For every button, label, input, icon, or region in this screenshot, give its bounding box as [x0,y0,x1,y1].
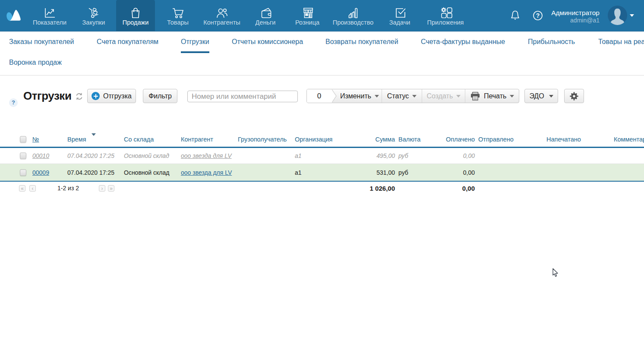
svg-text:?: ? [536,12,540,19]
